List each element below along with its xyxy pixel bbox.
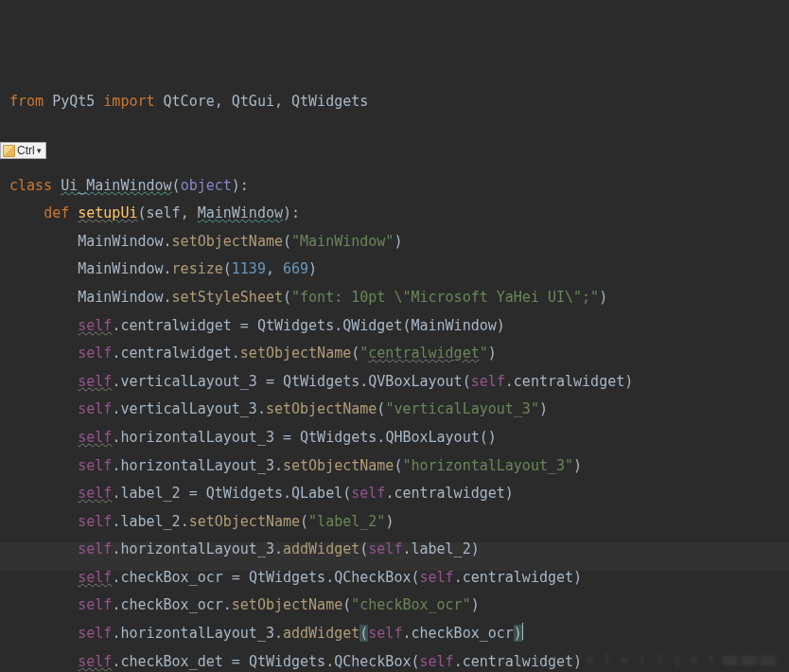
code-token: object bbox=[181, 177, 232, 194]
code-token: ) bbox=[385, 513, 394, 530]
code-token: self bbox=[78, 596, 112, 613]
code-token: ) bbox=[505, 485, 514, 502]
code-token: centralwidget bbox=[120, 345, 231, 362]
code-token: QtWidgets bbox=[206, 485, 283, 502]
code-token: ) bbox=[599, 289, 607, 306]
code-line[interactable] bbox=[9, 144, 789, 172]
code-token: ) bbox=[573, 569, 582, 586]
code-token: ( bbox=[359, 625, 368, 642]
code-token: "horizontalLayout_3" bbox=[402, 457, 573, 474]
code-token: verticalLayout_3 bbox=[120, 373, 257, 390]
code-token bbox=[9, 513, 78, 530]
code-line[interactable]: self.centralwidget.setObjectName("centra… bbox=[9, 340, 789, 368]
code-token: self bbox=[368, 625, 402, 642]
code-line[interactable]: self.horizontalLayout_3 = QtWidgets.QHBo… bbox=[9, 424, 789, 452]
code-token: centralwidget bbox=[514, 373, 624, 390]
code-token: . bbox=[505, 373, 514, 390]
code-token: = bbox=[223, 653, 249, 670]
paste-options-popup[interactable]: Ctrl▾ bbox=[0, 142, 46, 159]
code-token bbox=[9, 653, 78, 670]
code-token: centralwidget bbox=[368, 345, 479, 362]
code-token: horizontalLayout_3 bbox=[120, 457, 274, 474]
code-token: ) bbox=[573, 457, 582, 474]
code-token: self bbox=[368, 540, 402, 557]
code-token: centralwidget bbox=[394, 485, 504, 502]
code-token: ) bbox=[471, 596, 480, 613]
code-line[interactable]: self.label_2 = QtWidgets.QLabel(self.cen… bbox=[9, 480, 789, 508]
code-token bbox=[9, 429, 78, 446]
code-token bbox=[9, 596, 78, 613]
code-token: QtWidgets bbox=[249, 569, 325, 586]
code-token: . bbox=[334, 317, 342, 334]
code-editor[interactable]: from PyQt5 import QtCore, QtGui, QtWidge… bbox=[0, 0, 789, 672]
code-token: ( bbox=[283, 233, 291, 250]
code-token: ( bbox=[411, 569, 419, 586]
code-token: self bbox=[78, 345, 112, 362]
code-token: MainWindow bbox=[78, 289, 163, 306]
code-token: MainWindow bbox=[198, 204, 283, 221]
code-token: setObjectName bbox=[240, 345, 351, 362]
code-token: ) bbox=[394, 233, 402, 250]
code-token: setObjectName bbox=[283, 457, 394, 474]
code-line[interactable]: self.horizontalLayout_3.addWidget(self.c… bbox=[9, 620, 789, 648]
code-token: ) bbox=[488, 345, 497, 362]
code-line[interactable]: self.centralwidget = QtWidgets.QWidget(M… bbox=[9, 312, 789, 341]
code-line[interactable]: MainWindow.resize(1139, 669) bbox=[9, 256, 789, 284]
code-line[interactable]: self.checkBox_ocr.setObjectName("checkBo… bbox=[9, 592, 789, 620]
code-token: = bbox=[223, 569, 249, 586]
code-token: setObjectName bbox=[189, 513, 300, 530]
code-token bbox=[9, 204, 44, 221]
code-line[interactable]: class Ui_MainWindow(object): bbox=[9, 172, 789, 201]
code-token: ( bbox=[411, 653, 419, 670]
code-token: self bbox=[420, 569, 454, 586]
code-token bbox=[9, 625, 78, 642]
code-token: QtCore bbox=[164, 93, 215, 110]
code-line[interactable]: self.checkBox_ocr = QtWidgets.QCheckBox(… bbox=[9, 564, 789, 592]
code-token bbox=[44, 93, 52, 110]
code-token: centralwidget bbox=[463, 569, 573, 586]
code-token: addWidget bbox=[283, 540, 359, 557]
code-line[interactable] bbox=[9, 115, 789, 144]
code-token: QtGui bbox=[232, 93, 274, 110]
code-token: . bbox=[164, 289, 172, 306]
code-token bbox=[9, 289, 78, 306]
code-token: . bbox=[181, 513, 189, 530]
code-token: () bbox=[480, 429, 497, 446]
ctrl-label: Ctrl bbox=[17, 144, 35, 157]
code-token: MainWindow bbox=[78, 233, 163, 250]
code-token: ( bbox=[463, 373, 471, 390]
code-line[interactable]: self.verticalLayout_3.setObjectName("ver… bbox=[9, 396, 789, 424]
code-line[interactable]: self.horizontalLayout_3.setObjectName("h… bbox=[9, 452, 789, 481]
code-token: MainWindow bbox=[411, 317, 496, 334]
code-token: setupUi bbox=[78, 204, 137, 221]
code-line[interactable]: self.label_2.setObjectName("label_2") bbox=[9, 508, 789, 537]
code-token: . bbox=[274, 625, 283, 642]
code-token: MainWindow bbox=[78, 260, 163, 277]
code-token: setStyleSheet bbox=[172, 289, 283, 306]
code-token: . bbox=[164, 233, 172, 250]
code-line[interactable]: self.horizontalLayout_3.addWidget(self.l… bbox=[9, 536, 789, 564]
code-line[interactable]: MainWindow.setObjectName("MainWindow") bbox=[9, 228, 789, 256]
code-token: checkBox_ocr bbox=[411, 625, 513, 642]
code-token: ( bbox=[283, 289, 291, 306]
code-line[interactable]: from PyQt5 import QtCore, QtGui, QtWidge… bbox=[9, 88, 789, 116]
code-token: self bbox=[351, 485, 385, 502]
code-token: horizontalLayout_3 bbox=[120, 540, 274, 557]
code-token: QWidget bbox=[342, 317, 402, 334]
code-token: class bbox=[9, 177, 61, 194]
code-line[interactable]: self.verticalLayout_3 = QtWidgets.QVBoxL… bbox=[9, 368, 789, 397]
code-token bbox=[9, 400, 78, 417]
code-line[interactable]: MainWindow.setStyleSheet("font: 10pt \"M… bbox=[9, 284, 789, 312]
code-token: label_2 bbox=[120, 513, 180, 530]
code-token: : bbox=[291, 204, 300, 221]
code-token bbox=[9, 569, 78, 586]
code-token: . bbox=[454, 569, 463, 586]
code-token bbox=[9, 345, 78, 362]
code-line[interactable]: def setupUi(self, MainWindow): bbox=[9, 200, 789, 228]
code-token bbox=[9, 233, 78, 250]
code-token: def bbox=[44, 204, 78, 221]
code-token: setObjectName bbox=[172, 233, 283, 250]
code-token: : bbox=[240, 177, 249, 194]
code-token: label_2 bbox=[411, 540, 470, 557]
code-token: ) bbox=[283, 204, 291, 221]
